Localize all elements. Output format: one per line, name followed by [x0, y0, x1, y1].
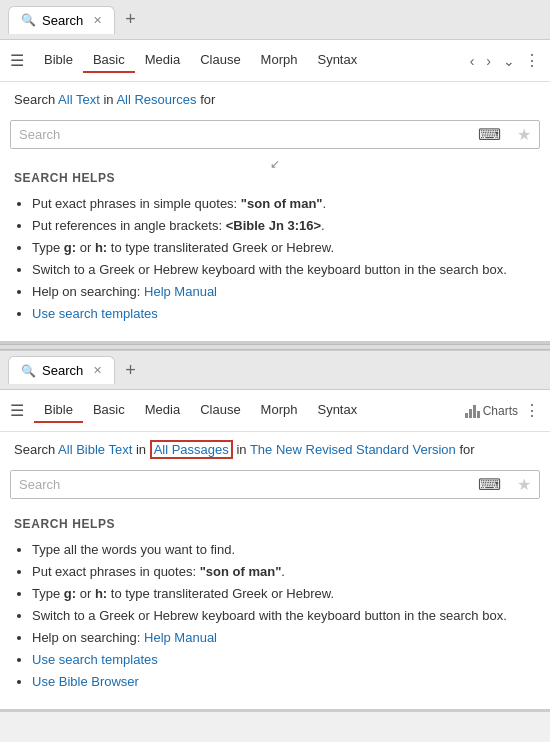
helps-section-2: SEARCH HELPS Type all the words you want… [0, 507, 550, 710]
bible-browser-link-2[interactable]: Use Bible Browser [32, 674, 139, 689]
toolbar-right-1: ‹ › ⌄ ⋮ [467, 51, 540, 71]
tab-media-1[interactable]: Media [135, 48, 190, 73]
helps-item-1-1: Put exact phrases in simple quotes: "son… [32, 193, 536, 215]
new-tab-button-2[interactable]: + [119, 360, 142, 381]
search-for-1: for [197, 92, 216, 107]
more-button-2[interactable]: ⋮ [524, 401, 540, 420]
star-icon-2[interactable]: ★ [509, 471, 539, 498]
search-in-2: in [132, 442, 149, 457]
new-tab-button-1[interactable]: + [119, 9, 142, 30]
help-manual-link-2[interactable]: Help Manual [144, 630, 217, 645]
help-manual-link-1[interactable]: Help Manual [144, 284, 217, 299]
helps-item-2-7: Use Bible Browser [32, 671, 536, 693]
star-icon-1[interactable]: ★ [509, 121, 539, 148]
search-for-2: for [456, 442, 475, 457]
helps-item-1-4: Switch to a Greek or Hebrew keyboard wit… [32, 259, 536, 281]
tab-basic-1[interactable]: Basic [83, 48, 135, 73]
toolbar-1: ☰ Bible Basic Media Clause Morph Syntax … [0, 40, 550, 82]
tab-label-1: Search [42, 13, 83, 28]
all-bible-text-link-2[interactable]: All Bible Text [58, 442, 132, 457]
hamburger-icon-2[interactable]: ☰ [10, 401, 24, 420]
chevron-right-1[interactable]: › [483, 51, 494, 71]
search-info-1: Search All Text in All Resources for [0, 82, 550, 114]
helps-item-2-5: Help on searching: Help Manual [32, 627, 536, 649]
search-tab-2[interactable]: 🔍 Search ✕ [8, 356, 115, 384]
tab-bible-1[interactable]: Bible [34, 48, 83, 73]
close-tab-1[interactable]: ✕ [93, 14, 102, 27]
toolbar-right-2: Charts ⋮ [465, 401, 540, 420]
charts-button-2[interactable]: Charts [465, 404, 518, 418]
nav-tabs-1: Bible Basic Media Clause Morph Syntax [34, 48, 461, 73]
search-box-1: ⌨ ★ [10, 120, 540, 149]
more-button-1[interactable]: ⋮ [524, 51, 540, 70]
charts-label: Charts [483, 404, 518, 418]
tab-bar-2: 🔍 Search ✕ + [0, 350, 550, 390]
helps-list-2: Type all the words you want to find. Put… [14, 539, 536, 694]
helps-item-1-2: Put references in angle brackets: <Bible… [32, 215, 536, 237]
tab-clause-2[interactable]: Clause [190, 398, 250, 423]
helps-item-2-2: Put exact phrases in quotes: "son of man… [32, 561, 536, 583]
helps-list-1: Put exact phrases in simple quotes: "son… [14, 193, 536, 326]
panel-2: ☰ Bible Basic Media Clause Morph Syntax [0, 390, 550, 712]
search-icon-tab1: 🔍 [21, 13, 36, 27]
keyboard-icon-1[interactable]: ⌨ [470, 121, 509, 148]
helps-item-2-1: Type all the words you want to find. [32, 539, 536, 561]
tab-morph-1[interactable]: Morph [251, 48, 308, 73]
search-in2-2: in [233, 442, 250, 457]
helps-item-1-5: Help on searching: Help Manual [32, 281, 536, 303]
tab-clause-1[interactable]: Clause [190, 48, 250, 73]
nrsv-link-2[interactable]: The New Revised Standard Version [250, 442, 456, 457]
search-icon-tab2: 🔍 [21, 364, 36, 378]
helps-item-1-6: Use search templates [32, 303, 536, 325]
tab-media-2[interactable]: Media [135, 398, 190, 423]
nav-tabs-2: Bible Basic Media Clause Morph Syntax [34, 398, 459, 423]
search-tab-1[interactable]: 🔍 Search ✕ [8, 6, 115, 34]
toolbar-2: ☰ Bible Basic Media Clause Morph Syntax [0, 390, 550, 432]
all-resources-link-1[interactable]: All Resources [116, 92, 196, 107]
helps-item-2-4: Switch to a Greek or Hebrew keyboard wit… [32, 605, 536, 627]
tab-bible-2[interactable]: Bible [34, 398, 83, 423]
hamburger-icon-1[interactable]: ☰ [10, 51, 24, 70]
tab-morph-2[interactable]: Morph [251, 398, 308, 423]
close-tab-2[interactable]: ✕ [93, 364, 102, 377]
helps-item-2-3: Type g: or h: to type transliterated Gre… [32, 583, 536, 605]
tab-syntax-2[interactable]: Syntax [307, 398, 367, 423]
search-input-1[interactable] [11, 121, 470, 148]
charts-icon [465, 404, 480, 418]
search-input-2[interactable] [11, 471, 470, 498]
search-box-2: ⌨ ★ [10, 470, 540, 499]
keyboard-icon-2[interactable]: ⌨ [470, 471, 509, 498]
helps-title-1: SEARCH HELPS [14, 171, 536, 185]
tab-syntax-1[interactable]: Syntax [307, 48, 367, 73]
helps-item-2-6: Use search templates [32, 649, 536, 671]
chevron-left-1[interactable]: ‹ [467, 51, 478, 71]
helps-title-2: SEARCH HELPS [14, 517, 536, 531]
helps-section-1: SEARCH HELPS Put exact phrases in simple… [0, 161, 550, 342]
panel-1: ☰ Bible Basic Media Clause Morph Syntax … [0, 40, 550, 344]
all-passages-highlighted-2[interactable]: All Passages [150, 440, 233, 459]
chevron-down-1[interactable]: ⌄ [500, 51, 518, 71]
search-in-1: in [100, 92, 117, 107]
search-templates-link-1[interactable]: Use search templates [32, 306, 158, 321]
all-text-link-1[interactable]: All Text [58, 92, 100, 107]
tab-bar-1: 🔍 Search ✕ + [0, 0, 550, 40]
search-templates-link-2[interactable]: Use search templates [32, 652, 158, 667]
tab-basic-2[interactable]: Basic [83, 398, 135, 423]
search-info-2: Search All Bible Text in All Passages in… [0, 432, 550, 464]
helps-item-1-3: Type g: or h: to type transliterated Gre… [32, 237, 536, 259]
tab-label-2: Search [42, 363, 83, 378]
search-prefix-1: Search [14, 92, 58, 107]
search-prefix-2: Search [14, 442, 58, 457]
